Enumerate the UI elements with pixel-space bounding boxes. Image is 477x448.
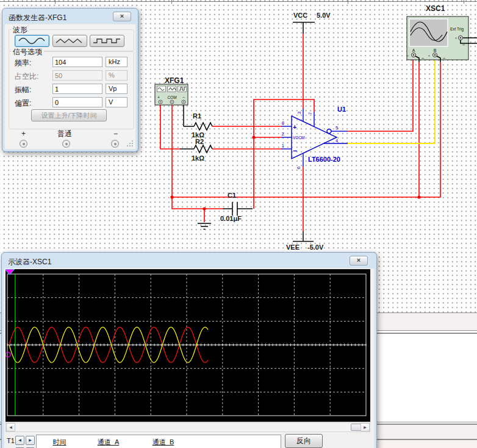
scrollbar-left-arrow-icon[interactable]: ◀ bbox=[6, 423, 15, 432]
plus-terminal-label: + bbox=[21, 129, 26, 138]
terminal-dot bbox=[460, 37, 461, 38]
readout-header-channel-a: 通道_A bbox=[82, 438, 134, 447]
xfg1-ref[interactable]: XFG1 bbox=[165, 76, 184, 85]
duty-cycle-unit: % bbox=[106, 70, 127, 81]
offset-label: 偏置: bbox=[15, 98, 31, 109]
xfg1-minus-terminal-label: − bbox=[182, 95, 185, 99]
xsc1-ref[interactable]: XSC1 bbox=[426, 4, 445, 13]
cursor1-step-right-button[interactable]: ▶ bbox=[26, 436, 35, 445]
scope-screen[interactable] bbox=[5, 269, 370, 422]
duty-cycle-input bbox=[52, 70, 102, 81]
vcc-power-symbol[interactable] bbox=[293, 22, 315, 34]
xsc1-instrument-symbol[interactable]: Ext Trig A B − − − bbox=[407, 16, 477, 62]
channel-a-minus: − bbox=[421, 56, 425, 61]
sine-wave-button[interactable] bbox=[15, 35, 49, 47]
u1-vocm-label: VOCM bbox=[293, 135, 305, 140]
square-wave-button[interactable] bbox=[90, 35, 124, 47]
capacitor-c1[interactable] bbox=[223, 202, 253, 215]
vee-power-symbol[interactable] bbox=[293, 231, 314, 242]
r2-ref[interactable]: R2 bbox=[195, 138, 204, 145]
vee-value[interactable]: -5.0V bbox=[307, 244, 323, 251]
scope-window-title: 示波器-XSC1 bbox=[4, 255, 375, 267]
invert-button[interactable]: 反向 bbox=[285, 434, 323, 448]
u1-pin7: 7 bbox=[307, 112, 313, 115]
channel-reference-marker[interactable] bbox=[5, 352, 10, 357]
terminal-dot bbox=[434, 54, 436, 56]
frequency-unit: kHz bbox=[106, 57, 127, 67]
yellow-wire[interactable] bbox=[348, 59, 435, 143]
u1-ref[interactable]: U1 bbox=[337, 106, 346, 113]
square-wave-icon bbox=[90, 35, 124, 46]
offset-input[interactable] bbox=[52, 97, 102, 107]
triangle-wave-button[interactable] bbox=[52, 35, 87, 47]
set-rise-fall-button[interactable]: 设置上升/下降时间 bbox=[31, 109, 107, 121]
cursor1-step-left-button[interactable]: ◀ bbox=[15, 436, 24, 445]
r2-value[interactable]: 1kΩ bbox=[192, 154, 204, 162]
terminal-mark bbox=[456, 38, 457, 39]
resistor-r2[interactable] bbox=[180, 145, 212, 153]
u1-pin2: 2 bbox=[282, 131, 284, 137]
xfg1-plus-terminal-label: + bbox=[157, 95, 160, 99]
resize-grip[interactable] bbox=[126, 140, 134, 147]
c1-value[interactable]: 0.01μF bbox=[220, 215, 242, 222]
terminal-dot bbox=[183, 101, 184, 103]
plus-terminal bbox=[20, 140, 27, 148]
u1-plus-sign: + bbox=[293, 123, 296, 131]
u1-pin3: 3 bbox=[296, 112, 302, 114]
minus-terminal-label: − bbox=[113, 129, 118, 138]
r1-ref[interactable]: R1 bbox=[193, 112, 201, 120]
readout-header-channel-b: 通道_B bbox=[134, 438, 192, 447]
cursor-t1-label: T1 bbox=[7, 437, 15, 444]
amplitude-unit: Vp bbox=[106, 84, 127, 94]
u1-minus-sign: − bbox=[293, 146, 297, 155]
channel-b-label: B bbox=[434, 48, 437, 52]
terminal-dot bbox=[160, 101, 161, 103]
close-icon[interactable]: × bbox=[350, 256, 368, 266]
common-terminal-label: 普通 bbox=[57, 129, 72, 139]
cursor-readout-table: 时间通道_A通道_B 102.470 ms-158.260 mV182.260 … bbox=[36, 435, 281, 448]
u1-pin1: 1 bbox=[282, 143, 284, 148]
scrollbar-right-arrow-icon[interactable]: ▶ bbox=[360, 423, 370, 432]
u1-pin8: 8 bbox=[282, 120, 284, 126]
vcc-value[interactable]: 5.0V bbox=[317, 12, 331, 19]
fgen-titlebar[interactable]: 函数发生器-XFG1 × bbox=[4, 10, 136, 24]
signal-options-label: 信号选项 bbox=[11, 47, 44, 57]
scope-titlebar[interactable]: 示波器-XSC1 × bbox=[4, 255, 375, 268]
minus-terminal bbox=[111, 140, 119, 148]
triangle-wave-icon bbox=[53, 35, 87, 46]
terminal-mark bbox=[429, 56, 430, 57]
channel-b-minus: − bbox=[443, 56, 446, 61]
c1-ref[interactable]: C1 bbox=[228, 192, 236, 199]
close-icon[interactable]: × bbox=[113, 12, 131, 21]
oscilloscope-window: 示波器-XSC1 × ◀ ▶ T1 ◀ ▶ T2 ◀ ▶ 时间通道_A bbox=[1, 252, 377, 448]
xfg1-com-terminal-label: COM bbox=[167, 95, 176, 99]
amplitude-input[interactable] bbox=[52, 84, 102, 94]
sine-icon bbox=[15, 35, 49, 46]
channel-a-label: A bbox=[412, 48, 415, 52]
waveform-group-label: 波形 bbox=[11, 25, 29, 35]
vee-label[interactable]: VEE bbox=[286, 244, 299, 251]
terminal-mark bbox=[407, 56, 409, 57]
multisim-workspace: 8 2 1 5 4 3 7 6 + − VOCM + COM − bbox=[0, 0, 477, 448]
xfg1-instrument-symbol[interactable]: + COM − bbox=[155, 84, 188, 105]
duty-cycle-label: 占空比: bbox=[15, 71, 38, 82]
vcc-label[interactable]: VCC bbox=[293, 12, 307, 19]
frequency-input[interactable] bbox=[52, 57, 102, 67]
u1-part-number[interactable]: LT6600-20 bbox=[308, 156, 340, 163]
terminal-dot bbox=[171, 101, 173, 103]
u1-pin5: 5 bbox=[335, 125, 338, 131]
ground-symbol[interactable] bbox=[198, 209, 211, 229]
frequency-label: 频率: bbox=[15, 58, 31, 68]
ext-trig-label: Ext Trig bbox=[450, 27, 464, 32]
u1-pin4: 4 bbox=[335, 138, 338, 143]
function-generator-window: 函数发生器-XFG1 × 波形 信号选项 频 bbox=[2, 8, 138, 152]
amplitude-label: 振幅: bbox=[15, 85, 31, 95]
terminal-dot bbox=[413, 54, 414, 56]
readout-header-time: 时间 bbox=[37, 438, 82, 447]
mini-scope-screen bbox=[409, 19, 448, 46]
common-terminal bbox=[62, 140, 70, 148]
offset-unit: V bbox=[106, 97, 127, 107]
scope-scrollbar[interactable]: ◀ ▶ bbox=[5, 422, 370, 432]
inverting-output-bubble bbox=[327, 129, 331, 134]
u1-pin6: 6 bbox=[296, 167, 301, 169]
